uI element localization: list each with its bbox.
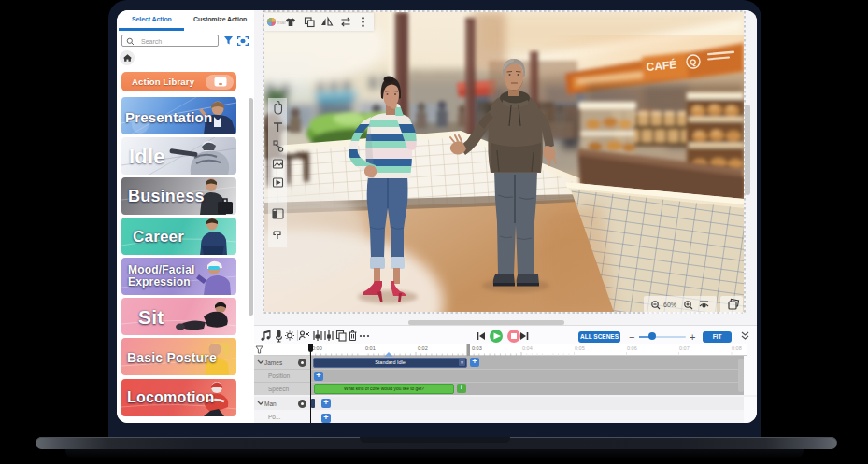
svg-text:mar: mar bbox=[277, 20, 287, 25]
